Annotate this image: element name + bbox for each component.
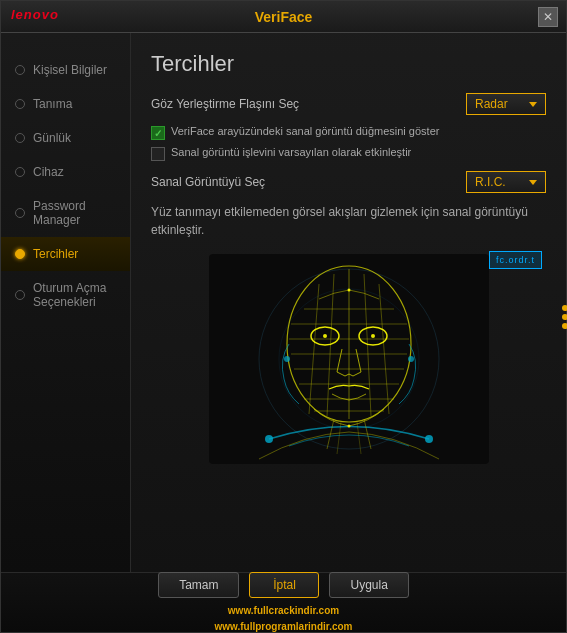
footer-buttons: Tamam İptal Uygula [158,572,409,598]
tamam-button[interactable]: Tamam [158,572,239,598]
sidebar-label: Password Manager [33,199,116,227]
footer-url1: www.fullcrackindir.com [228,604,339,618]
virtual-image-row: Sanal Görüntüyü Seç R.I.C. [151,171,546,193]
sidebar: Kişisel Bilgiler Tanıma Günlük Cihaz Pas… [1,33,131,572]
uygula-button[interactable]: Uygula [329,572,408,598]
sidebar-item-tanima[interactable]: Tanıma [1,87,130,121]
checkbox1-row: ✓ VeriFace arayüzündeki sanal görüntü dü… [151,125,546,140]
eye-placement-label: Göz Yerleştirme Flaşını Seç [151,97,299,111]
close-button[interactable]: ✕ [538,7,558,27]
window-title: VeriFace [255,9,313,25]
dropdown-arrow-icon [529,180,537,185]
eye-placement-row: Göz Yerleştirme Flaşını Seç Radar [151,93,546,115]
virtual-image-dropdown[interactable]: R.I.C. [466,171,546,193]
sidebar-item-password-manager[interactable]: Password Manager [1,189,130,237]
sidebar-item-tercihler[interactable]: Tercihler [1,237,130,271]
hud-overlay: fc.ordr.t [489,251,542,269]
sidebar-dot [15,65,25,75]
sidebar-item-kisisel-bilgiler[interactable]: Kişisel Bilgiler [1,53,130,87]
virtual-image-label: Sanal Görüntüyü Seç [151,175,265,189]
sidebar-label: Tercihler [33,247,78,261]
main-window: lenovo VeriFace ✕ Kişisel Bilgiler Tanım… [0,0,567,633]
lenovo-logo: lenovo [11,7,59,22]
svg-point-3 [265,435,273,443]
dropdown-arrow-icon [529,102,537,107]
description-text: Yüz tanımayı etkilemeden görsel akışları… [151,203,546,239]
svg-point-30 [371,334,375,338]
sidebar-dot [15,133,25,143]
sidebar-item-gunluk[interactable]: Günlük [1,121,130,155]
main-panel: Tercihler Göz Yerleştirme Flaşını Seç Ra… [131,33,566,572]
svg-point-25 [284,356,290,362]
eye-placement-dropdown[interactable]: Radar [466,93,546,115]
svg-point-26 [408,356,414,362]
footer-url2: www.fullprogramlarindir.com [215,620,353,634]
iptal-button[interactable]: İptal [249,572,319,598]
sidebar-dot-active [15,249,25,259]
face-visualization: fc.ordr.t [151,249,546,469]
face-svg [209,254,489,464]
sidebar-label: Tanıma [33,97,72,111]
sidebar-dot [15,290,25,300]
sidebar-label: Oturum Açma Seçenekleri [33,281,116,309]
checkbox2-row: Sanal görüntü işlevini varsayılan olarak… [151,146,546,161]
sidebar-dot [15,167,25,177]
svg-point-29 [323,334,327,338]
title-bar: lenovo VeriFace ✕ [1,1,566,33]
sidebar-label: Günlük [33,131,71,145]
checkmark-icon: ✓ [154,128,162,139]
panel-title: Tercihler [151,51,546,77]
checkbox1-label: VeriFace arayüzündeki sanal görüntü düğm… [171,125,439,137]
sidebar-item-oturum-acma[interactable]: Oturum Açma Seçenekleri [1,271,130,319]
checkbox2[interactable] [151,147,165,161]
virtual-dropdown-value: R.I.C. [475,175,506,189]
checkbox1[interactable]: ✓ [151,126,165,140]
sidebar-dot [15,99,25,109]
content-area: Kişisel Bilgiler Tanıma Günlük Cihaz Pas… [1,33,566,572]
sidebar-label: Kişisel Bilgiler [33,63,107,77]
eye-dropdown-value: Radar [475,97,508,111]
checkbox2-label: Sanal görüntü işlevini varsayılan olarak… [171,146,411,158]
footer: Tamam İptal Uygula www.fullcrackindir.co… [1,572,566,632]
sidebar-label: Cihaz [33,165,64,179]
sidebar-item-cihaz[interactable]: Cihaz [1,155,130,189]
svg-point-4 [425,435,433,443]
svg-point-28 [347,425,350,428]
svg-point-27 [347,289,350,292]
sidebar-dot [15,208,25,218]
